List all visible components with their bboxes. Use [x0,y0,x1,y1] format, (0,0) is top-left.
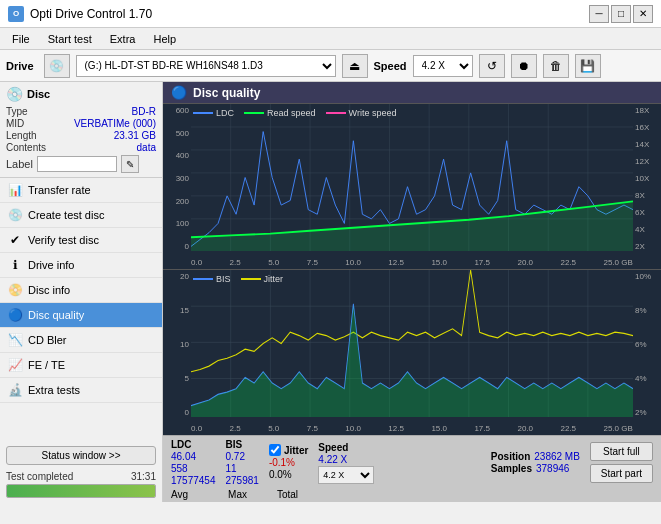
upper-chart: LDC Read speed Write speed 600 500 400 [163,104,661,270]
disc-contents-row: Contents data [6,142,156,153]
disc-mid-label: MID [6,118,24,129]
disc-panel: 💿 Disc Type BD-R MID VERBATIMe (000) Len… [0,82,162,178]
bis-header: BIS [226,439,259,450]
status-text-row: Test completed 31:31 [6,471,156,482]
write-legend: Write speed [326,108,397,118]
cd-bler-icon: 📉 [8,333,22,347]
nav-create-test-disc[interactable]: 💿 Create test disc [0,203,162,228]
titlebar-controls: ─ □ ✕ [589,5,653,23]
stats-bar: LDC 46.04 558 17577454 BIS 0.72 11 27598… [163,435,661,489]
erase-btn[interactable]: 🗑 [543,54,569,78]
nav-disc-quality[interactable]: 🔵 Disc quality [0,303,162,328]
disc-title: Disc [27,88,50,100]
fe-te-icon: 📈 [8,358,22,372]
status-window-btn[interactable]: Status window >> [6,446,156,465]
create-test-disc-icon: 💿 [8,208,22,222]
nav-verify-test-disc[interactable]: ✔ Verify test disc [0,228,162,253]
disc-contents-value: data [137,142,156,153]
upper-legend: LDC Read speed Write speed [193,108,396,118]
write-legend-dot [326,112,346,114]
jitter-legend-dot [241,278,261,280]
disc-label-row: Label ✎ [6,155,156,173]
jitter-checkbox[interactable] [269,444,281,456]
content-area: 🔵 Disc quality LDC Read speed [163,82,661,502]
nav-extra-tests[interactable]: 🔬 Extra tests [0,378,162,403]
disc-quality-icon: 🔵 [8,308,22,322]
minimize-button[interactable]: ─ [589,5,609,23]
nav-cd-bler[interactable]: 📉 CD Bler [0,328,162,353]
samples-row: Samples 378946 [491,463,580,474]
bis-stats: BIS 0.72 11 275981 [226,439,259,486]
refresh-btn[interactable]: ↺ [479,54,505,78]
record-btn[interactable]: ⏺ [511,54,537,78]
titlebar: O Opti Drive Control 1.70 ─ □ ✕ [0,0,661,28]
samples-value: 378946 [536,463,569,474]
menu-help[interactable]: Help [145,31,184,47]
bis-legend: BIS [193,274,231,284]
jitter-avg: -0.1% [269,457,308,468]
action-buttons: Start full Start part [590,442,653,483]
upper-x-labels: 0.0 2.5 5.0 7.5 10.0 12.5 15.0 17.5 20.0… [191,258,633,267]
speed-label: Speed [374,60,407,72]
menu-start-test[interactable]: Start test [40,31,100,47]
disc-type-value: BD-R [132,106,156,117]
svg-marker-29 [191,304,633,417]
bis-max: 11 [226,463,259,474]
speed-header: Speed [318,442,374,453]
progress-area: Test completed 31:31 [0,469,162,502]
eject-btn[interactable]: ⏏ [342,54,368,78]
position-value: 23862 MB [534,451,580,462]
nav-transfer-rate-label: Transfer rate [28,184,91,196]
disc-label-edit-btn[interactable]: ✎ [121,155,139,173]
disc-mid-row: MID VERBATIMe (000) [6,118,156,129]
menu-file[interactable]: File [4,31,38,47]
drive-info-icon: ℹ [8,258,22,272]
maximize-button[interactable]: □ [611,5,631,23]
start-full-btn[interactable]: Start full [590,442,653,461]
read-legend-dot [244,112,264,114]
menu-extra[interactable]: Extra [102,31,144,47]
lower-x-labels: 0.0 2.5 5.0 7.5 10.0 12.5 15.0 17.5 20.0… [191,424,633,433]
speed-avg: 4.22 X [318,454,374,465]
save-btn[interactable]: 💾 [575,54,601,78]
close-button[interactable]: ✕ [633,5,653,23]
titlebar-left: O Opti Drive Control 1.70 [8,6,152,22]
jitter-stats: Jitter -0.1% 0.0% [269,444,308,481]
drive-icon-btn[interactable]: 💿 [44,54,70,78]
nav-fe-te[interactable]: 📈 FE / TE [0,353,162,378]
verify-test-disc-icon: ✔ [8,233,22,247]
app-icon: O [8,6,24,22]
nav-transfer-rate[interactable]: 📊 Transfer rate [0,178,162,203]
transfer-rate-icon: 📊 [8,183,22,197]
nav-drive-info[interactable]: ℹ Drive info [0,253,162,278]
disc-label-input[interactable] [37,156,117,172]
ldc-legend-label: LDC [216,108,234,118]
nav-disc-info[interactable]: 📀 Disc info [0,278,162,303]
position-row: Position 23862 MB [491,451,580,462]
disc-contents-label: Contents [6,142,46,153]
speed-stat-select[interactable]: 4.2 X [318,466,374,484]
max-label: Max [228,489,247,500]
disc-quality-header-icon: 🔵 [171,85,187,100]
nav-disc-quality-label: Disc quality [28,309,84,321]
lower-chart-svg [191,270,633,417]
bis-legend-dot [193,278,213,280]
start-part-btn[interactable]: Start part [590,464,653,483]
status-text: Test completed [6,471,73,482]
nav-items: 📊 Transfer rate 💿 Create test disc ✔ Ver… [0,178,162,442]
disc-info-icon: 📀 [8,283,22,297]
disc-label-label: Label [6,158,33,170]
status-section: Status window >> Test completed 31:31 [0,442,162,502]
drive-select[interactable]: (G:) HL-DT-ST BD-RE WH16NS48 1.D3 [76,55,336,77]
disc-length-value: 23.31 GB [114,130,156,141]
jitter-legend: Jitter [241,274,284,284]
nav-disc-info-label: Disc info [28,284,70,296]
samples-label: Samples [491,463,532,474]
total-label: Total [277,489,298,500]
disc-quality-title: Disc quality [193,86,260,100]
ldc-legend: LDC [193,108,234,118]
speed-select[interactable]: 4.2 X [413,55,473,77]
upper-chart-svg [191,104,633,251]
app-title: Opti Drive Control 1.70 [30,7,152,21]
drivebar: Drive 💿 (G:) HL-DT-ST BD-RE WH16NS48 1.D… [0,50,661,82]
